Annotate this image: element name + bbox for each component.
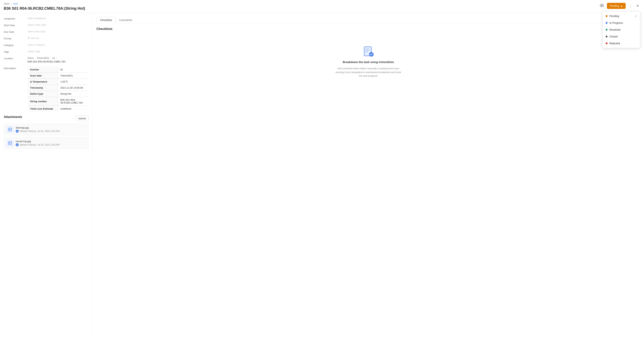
location-therm: Therm2021 — [37, 57, 49, 59]
dropdown-item-left: In Progress — [606, 21, 623, 25]
priority-flag-icon: ⚑ — [28, 37, 30, 40]
assignees-value[interactable]: Select assignees — [28, 17, 46, 20]
watch-button[interactable] — [598, 2, 605, 9]
status-option-label: Resolved — [610, 28, 620, 31]
start-date-row: Start Date Select Start Date — [4, 24, 89, 27]
attachment-name: Sitemap.jpg — [16, 126, 59, 129]
desc-table-row: Inverter01 — [28, 67, 89, 73]
header: Orion › Task B36 S01 R04-36.RCB2.CMB1.78… — [0, 0, 644, 13]
status-dropdown: Pending ✓ In Progress Resolved Closed Re… — [602, 11, 640, 48]
empty-state-desc: Add checklists items either manually or … — [334, 67, 402, 78]
dropdown-item-left: Rejected — [606, 42, 620, 45]
status-option-resolved[interactable]: Resolved — [602, 26, 640, 33]
description-row: Description Inverter01Scan dateTherm2021… — [4, 66, 89, 112]
assignees-label: Assignees — [4, 17, 24, 20]
upload-date: Jul 24, 2023, 9:45 PM — [38, 130, 60, 132]
empty-state-title: Breakdown the task using #checklists — [343, 60, 394, 64]
eye-icon — [600, 4, 604, 8]
right-panel: Checklists Comments Checklists Breakdown… — [93, 13, 644, 338]
uploader-name: Mahesh Shenoy — [20, 130, 36, 132]
svg-rect-1 — [9, 128, 12, 131]
uploader-avatar: M — [16, 130, 19, 133]
uploader-name: Mahesh Shenoy — [20, 143, 36, 146]
due-date-row: Due Date Select Due Date — [4, 30, 89, 33]
svg-rect-6 — [365, 52, 368, 52]
checklists-empty-state: Breakdown the task using #checklists Add… — [96, 46, 640, 78]
desc-table-row: Δ Temperature1.93°C — [28, 79, 89, 85]
attachment-item[interactable]: IssueCrop.jpg M Mahesh Shenoy Jul 24, 20… — [4, 137, 89, 149]
category-label: Category — [4, 43, 24, 47]
description-table: Inverter01Scan dateTherm2021Δ Temperatur… — [28, 66, 89, 112]
priority-label: Priority — [4, 37, 24, 40]
desc-value: Therm2021 — [58, 73, 89, 79]
desc-key: String number — [28, 97, 58, 106]
breadcrumb-separator: › — [11, 2, 12, 5]
dropdown-item-left: Resolved — [606, 28, 620, 31]
desc-value: 01 — [58, 67, 89, 73]
breadcrumb-parent: Orion — [4, 2, 10, 5]
tab-comments[interactable]: Comments — [116, 17, 136, 23]
tab-checklists[interactable]: Checklists — [96, 17, 116, 23]
tags-value[interactable]: Select Tags — [28, 50, 40, 53]
upload-button[interactable]: Upload — [75, 116, 89, 121]
attachment-icon — [6, 140, 14, 146]
upload-date: Jul 24, 2023, 9:45 PM — [38, 143, 60, 146]
page-container: Orion › Task B36 S01 R04-36.RCB2.CMB1.78… — [0, 0, 644, 340]
left-panel: Assignees Select assignees Start Date Se… — [0, 13, 93, 338]
chevron-up-icon: ▲ — [620, 4, 623, 7]
close-button[interactable]: ✕ — [635, 3, 640, 9]
path-sep-1: › — [35, 57, 36, 59]
status-option-rejected[interactable]: Rejected — [602, 40, 640, 47]
status-option-label: In Progress — [610, 21, 623, 25]
status-dot — [606, 42, 608, 44]
desc-table-row: Defect typeString Hot — [28, 91, 89, 97]
desc-key: Δ Temperature — [28, 79, 58, 85]
status-option-label: Pending — [610, 15, 619, 18]
location-name: B36 S01 R04-36.RCB2.CMB1.78A — [28, 60, 66, 63]
status-dot — [606, 29, 608, 31]
start-date-value[interactable]: Select Start Date — [28, 24, 46, 26]
description-label: Description — [4, 66, 24, 70]
path-sep-2: › — [50, 57, 51, 59]
category-value[interactable]: Select Category — [28, 43, 45, 46]
status-option-closed[interactable]: Closed — [602, 33, 640, 40]
checklist-empty-icon — [363, 46, 374, 57]
start-date-label: Start Date — [4, 24, 24, 27]
status-option-in-progress[interactable]: In Progress — [602, 20, 640, 26]
category-row: Category Select Category — [4, 43, 89, 47]
attachment-meta: M Mahesh Shenoy Jul 24, 2023, 9:45 PM — [16, 143, 59, 146]
tabs: Checklists Comments — [96, 17, 640, 23]
status-option-pending[interactable]: Pending ✓ — [602, 13, 640, 20]
attachments-section: Attachments Upload Sitemap.jpg M Mahesh … — [4, 115, 89, 149]
desc-key: Yield Loss Estimate — [28, 106, 58, 112]
breadcrumb-current: Task — [13, 2, 18, 5]
priority-value[interactable]: ⚑ Not set — [28, 37, 39, 40]
status-option-label: Closed — [610, 35, 618, 38]
header-actions: Pending ▲ ⋮ ✕ — [598, 2, 640, 9]
attachment-item[interactable]: Sitemap.jpg M Mahesh Shenoy Jul 24, 2023… — [4, 124, 89, 135]
status-option-label: Rejected — [610, 42, 620, 45]
status-dot — [606, 36, 608, 38]
svg-point-0 — [601, 5, 602, 6]
desc-table-row: Yield Loss Estimateundefined — [28, 106, 89, 112]
dropdown-item-left: Pending — [606, 15, 619, 18]
dropdown-item-left: Closed — [606, 35, 618, 38]
location-orion: Orion — [28, 57, 34, 59]
desc-key: Defect type — [28, 91, 58, 97]
breadcrumb: Orion › Task — [4, 2, 640, 5]
location-path: Orion › Therm2021 › 01 › — [28, 57, 66, 59]
due-date-value[interactable]: Select Due Date — [28, 30, 46, 33]
path-sep-3: › — [56, 57, 57, 59]
selected-check-icon: ✓ — [635, 15, 637, 18]
attachments-list: Sitemap.jpg M Mahesh Shenoy Jul 24, 2023… — [4, 124, 89, 149]
attachment-info: Sitemap.jpg M Mahesh Shenoy Jul 24, 2023… — [16, 126, 59, 133]
svg-point-7 — [369, 52, 374, 57]
more-options-button[interactable]: ⋮ — [628, 3, 633, 9]
description-table-container: Inverter01Scan dateTherm2021Δ Temperatur… — [28, 66, 89, 112]
desc-table-row: Timestamp2021:11:20 14:50:38 — [28, 85, 89, 91]
svg-rect-2 — [9, 142, 12, 145]
status-button[interactable]: Pending ▲ — [607, 3, 626, 9]
desc-key: Timestamp — [28, 85, 58, 91]
desc-table-row: Scan dateTherm2021 — [28, 73, 89, 79]
location-value: Orion › Therm2021 › 01 › B36 S01 R04-36.… — [28, 57, 66, 63]
